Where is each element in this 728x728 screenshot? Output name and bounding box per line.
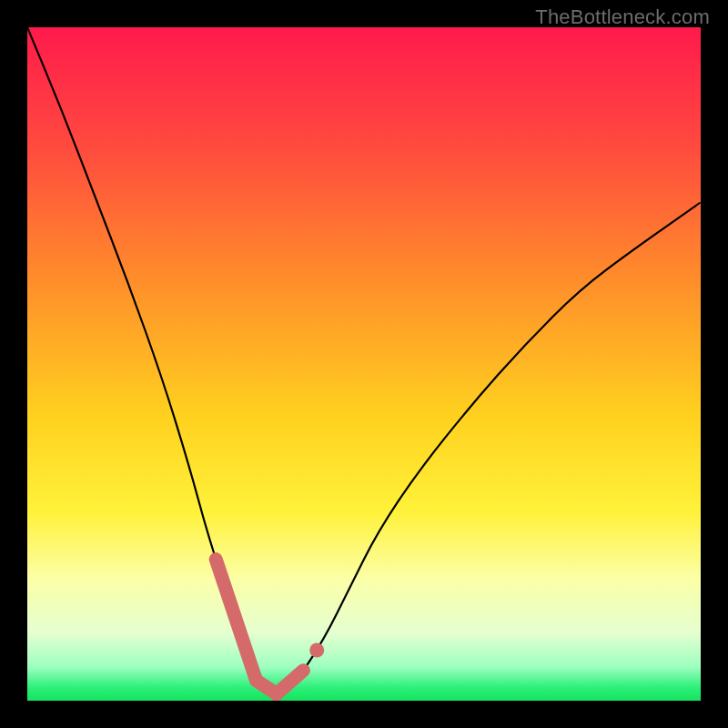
valley-highlight-left [216, 560, 256, 681]
curve-path [27, 27, 701, 694]
bottleneck-curve [27, 27, 701, 701]
valley-dot [309, 643, 324, 658]
plot-area [27, 27, 701, 701]
watermark-text: TheBottleneck.com [535, 5, 710, 29]
chart-frame: TheBottleneck.com [0, 0, 728, 728]
valley-highlight-right [277, 671, 304, 694]
